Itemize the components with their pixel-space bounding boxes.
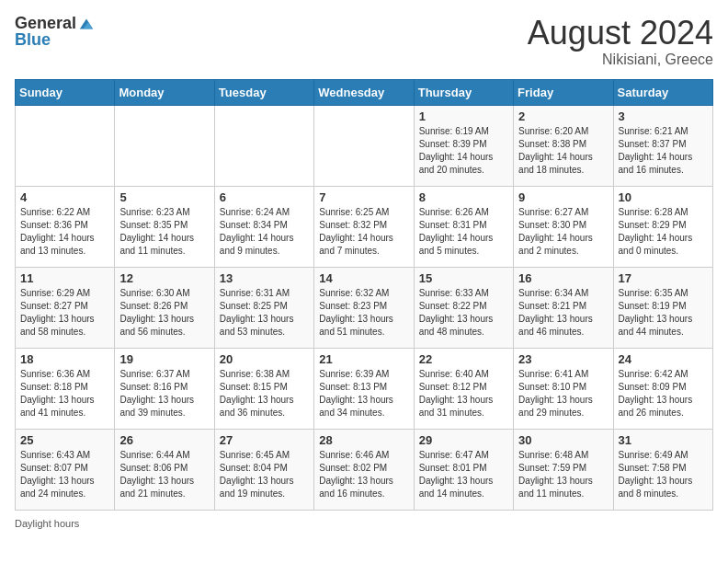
cell-day-info: Sunrise: 6:29 AM Sunset: 8:27 PM Dayligh… [20, 287, 109, 339]
cell-day-number: 16 [518, 271, 608, 285]
cell-day-number: 15 [419, 271, 508, 285]
calendar-cell: 21Sunrise: 6:39 AM Sunset: 8:13 PM Dayli… [314, 348, 414, 429]
cell-day-number: 19 [119, 352, 209, 366]
cell-day-info: Sunrise: 6:30 AM Sunset: 8:26 PM Dayligh… [119, 287, 209, 339]
weekday-header-thursday: Thursday [414, 79, 513, 105]
calendar-cell: 8Sunrise: 6:26 AM Sunset: 8:31 PM Daylig… [414, 186, 513, 267]
footer: Daylight hours [15, 518, 713, 529]
calendar-cell: 31Sunrise: 6:49 AM Sunset: 7:58 PM Dayli… [613, 429, 712, 510]
cell-day-number: 25 [20, 433, 109, 447]
cell-day-number: 6 [220, 190, 309, 204]
cell-day-number: 11 [20, 271, 109, 285]
cell-day-number: 28 [319, 433, 408, 447]
cell-day-number: 12 [119, 271, 209, 285]
cell-day-info: Sunrise: 6:36 AM Sunset: 8:18 PM Dayligh… [20, 368, 109, 419]
cell-day-info: Sunrise: 6:35 AM Sunset: 8:19 PM Dayligh… [619, 287, 708, 339]
cell-day-number: 9 [518, 190, 608, 204]
calendar-cell: 26Sunrise: 6:44 AM Sunset: 8:06 PM Dayli… [115, 429, 214, 510]
cell-day-info: Sunrise: 6:23 AM Sunset: 8:35 PM Dayligh… [119, 206, 209, 258]
calendar-cell: 10Sunrise: 6:28 AM Sunset: 8:29 PM Dayli… [613, 186, 712, 267]
cell-day-info: Sunrise: 6:27 AM Sunset: 8:30 PM Dayligh… [518, 206, 608, 258]
calendar-cell: 4Sunrise: 6:22 AM Sunset: 8:36 PM Daylig… [16, 186, 115, 267]
calendar-cell: 2Sunrise: 6:20 AM Sunset: 8:38 PM Daylig… [514, 105, 613, 186]
cell-day-info: Sunrise: 6:44 AM Sunset: 8:06 PM Dayligh… [119, 449, 209, 500]
cell-day-info: Sunrise: 6:28 AM Sunset: 8:29 PM Dayligh… [619, 206, 708, 258]
cell-day-info: Sunrise: 6:42 AM Sunset: 8:09 PM Dayligh… [619, 368, 708, 419]
calendar-cell: 20Sunrise: 6:38 AM Sunset: 8:15 PM Dayli… [214, 348, 313, 429]
calendar-cell: 1Sunrise: 6:19 AM Sunset: 8:39 PM Daylig… [414, 105, 513, 186]
weekday-header-sunday: Sunday [16, 79, 115, 105]
calendar-cell: 5Sunrise: 6:23 AM Sunset: 8:35 PM Daylig… [115, 186, 214, 267]
cell-day-number: 24 [619, 352, 708, 366]
calendar-cell: 17Sunrise: 6:35 AM Sunset: 8:19 PM Dayli… [613, 267, 712, 348]
weekday-header-row: SundayMondayTuesdayWednesdayThursdayFrid… [16, 79, 713, 105]
logo-blue-text: Blue [15, 31, 51, 50]
logo-icon [78, 16, 95, 32]
cell-day-number: 31 [619, 433, 708, 447]
cell-day-info: Sunrise: 6:38 AM Sunset: 8:15 PM Dayligh… [220, 368, 309, 419]
weekday-header-tuesday: Tuesday [214, 79, 313, 105]
calendar-cell: 13Sunrise: 6:31 AM Sunset: 8:25 PM Dayli… [214, 267, 313, 348]
cell-day-number: 22 [419, 352, 508, 366]
calendar-week-row: 1Sunrise: 6:19 AM Sunset: 8:39 PM Daylig… [16, 105, 713, 186]
cell-day-info: Sunrise: 6:21 AM Sunset: 8:37 PM Dayligh… [619, 125, 708, 177]
calendar-cell: 15Sunrise: 6:33 AM Sunset: 8:22 PM Dayli… [414, 267, 513, 348]
logo: General Blue [15, 15, 95, 50]
calendar-cell: 16Sunrise: 6:34 AM Sunset: 8:21 PM Dayli… [514, 267, 613, 348]
calendar-cell: 3Sunrise: 6:21 AM Sunset: 8:37 PM Daylig… [613, 105, 712, 186]
cell-day-info: Sunrise: 6:41 AM Sunset: 8:10 PM Dayligh… [518, 368, 608, 419]
cell-day-number: 18 [20, 352, 109, 366]
calendar-cell: 29Sunrise: 6:47 AM Sunset: 8:01 PM Dayli… [414, 429, 513, 510]
title-block: August 2024 Nikisiani, Greece [528, 15, 713, 68]
weekday-header-saturday: Saturday [613, 79, 712, 105]
cell-day-number: 8 [419, 190, 508, 204]
cell-day-info: Sunrise: 6:46 AM Sunset: 8:02 PM Dayligh… [319, 449, 408, 500]
cell-day-info: Sunrise: 6:47 AM Sunset: 8:01 PM Dayligh… [419, 449, 508, 500]
calendar-cell: 28Sunrise: 6:46 AM Sunset: 8:02 PM Dayli… [314, 429, 414, 510]
calendar-cell [314, 105, 414, 186]
calendar-cell: 25Sunrise: 6:43 AM Sunset: 8:07 PM Dayli… [16, 429, 115, 510]
cell-day-info: Sunrise: 6:32 AM Sunset: 8:23 PM Dayligh… [319, 287, 408, 339]
month-year-title: August 2024 [528, 15, 713, 52]
calendar-week-row: 11Sunrise: 6:29 AM Sunset: 8:27 PM Dayli… [16, 267, 713, 348]
calendar-cell: 9Sunrise: 6:27 AM Sunset: 8:30 PM Daylig… [514, 186, 613, 267]
weekday-header-monday: Monday [115, 79, 214, 105]
cell-day-info: Sunrise: 6:25 AM Sunset: 8:32 PM Dayligh… [319, 206, 408, 258]
cell-day-number: 10 [619, 190, 708, 204]
cell-day-info: Sunrise: 6:37 AM Sunset: 8:16 PM Dayligh… [119, 368, 209, 419]
calendar-cell: 24Sunrise: 6:42 AM Sunset: 8:09 PM Dayli… [613, 348, 712, 429]
cell-day-number: 13 [220, 271, 309, 285]
cell-day-number: 23 [518, 352, 608, 366]
calendar-table: SundayMondayTuesdayWednesdayThursdayFrid… [15, 79, 713, 511]
cell-day-info: Sunrise: 6:34 AM Sunset: 8:21 PM Dayligh… [518, 287, 608, 339]
cell-day-number: 1 [419, 109, 508, 123]
cell-day-info: Sunrise: 6:20 AM Sunset: 8:38 PM Dayligh… [518, 125, 608, 177]
calendar-cell: 18Sunrise: 6:36 AM Sunset: 8:18 PM Dayli… [16, 348, 115, 429]
cell-day-number: 26 [119, 433, 209, 447]
cell-day-info: Sunrise: 6:33 AM Sunset: 8:22 PM Dayligh… [419, 287, 508, 339]
cell-day-info: Sunrise: 6:31 AM Sunset: 8:25 PM Dayligh… [220, 287, 309, 339]
cell-day-info: Sunrise: 6:45 AM Sunset: 8:04 PM Dayligh… [220, 449, 309, 500]
calendar-cell: 19Sunrise: 6:37 AM Sunset: 8:16 PM Dayli… [115, 348, 214, 429]
calendar-cell: 30Sunrise: 6:48 AM Sunset: 7:59 PM Dayli… [514, 429, 613, 510]
cell-day-info: Sunrise: 6:40 AM Sunset: 8:12 PM Dayligh… [419, 368, 508, 419]
cell-day-info: Sunrise: 6:26 AM Sunset: 8:31 PM Dayligh… [419, 206, 508, 258]
calendar-cell [115, 105, 214, 186]
calendar-cell: 27Sunrise: 6:45 AM Sunset: 8:04 PM Dayli… [214, 429, 313, 510]
cell-day-info: Sunrise: 6:19 AM Sunset: 8:39 PM Dayligh… [419, 125, 508, 177]
cell-day-info: Sunrise: 6:49 AM Sunset: 7:58 PM Dayligh… [619, 449, 708, 500]
cell-day-number: 3 [619, 109, 708, 123]
cell-day-number: 2 [518, 109, 608, 123]
cell-day-info: Sunrise: 6:22 AM Sunset: 8:36 PM Dayligh… [20, 206, 109, 258]
weekday-header-wednesday: Wednesday [314, 79, 414, 105]
calendar-cell: 7Sunrise: 6:25 AM Sunset: 8:32 PM Daylig… [314, 186, 414, 267]
cell-day-number: 30 [518, 433, 608, 447]
cell-day-number: 5 [119, 190, 209, 204]
calendar-cell: 14Sunrise: 6:32 AM Sunset: 8:23 PM Dayli… [314, 267, 414, 348]
page-header: General Blue August 2024 Nikisiani, Gree… [15, 15, 713, 68]
cell-day-number: 17 [619, 271, 708, 285]
calendar-cell: 12Sunrise: 6:30 AM Sunset: 8:26 PM Dayli… [115, 267, 214, 348]
calendar-week-row: 18Sunrise: 6:36 AM Sunset: 8:18 PM Dayli… [16, 348, 713, 429]
cell-day-info: Sunrise: 6:43 AM Sunset: 8:07 PM Dayligh… [20, 449, 109, 500]
cell-day-number: 7 [319, 190, 408, 204]
